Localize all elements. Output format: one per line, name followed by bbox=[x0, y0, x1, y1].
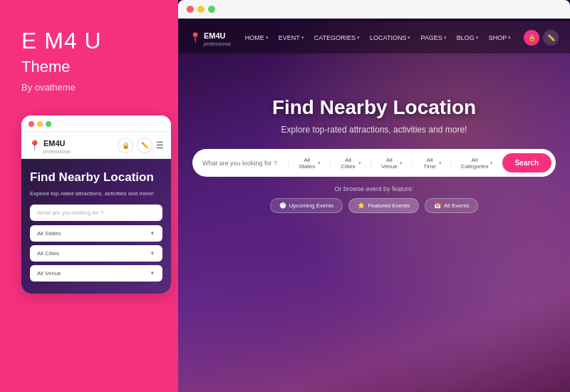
mobile-dot-green bbox=[46, 121, 51, 127]
mobile-nav-icons: 🔒 ✏️ ☰ bbox=[118, 138, 164, 153]
mobile-select-venue[interactable]: All Venue ▼ bbox=[30, 265, 162, 282]
search-select-states[interactable]: All States ▾ bbox=[294, 157, 324, 170]
nav-item-home[interactable]: HOME ▾ bbox=[245, 34, 269, 41]
brand-title: E M4 U bbox=[21, 29, 157, 53]
select-venue-arrow-icon: ▾ bbox=[400, 160, 403, 166]
browser-dot-green bbox=[208, 6, 215, 13]
select-categories-arrow-icon: ▾ bbox=[490, 160, 493, 166]
nav-arrow-icon: ▾ bbox=[444, 35, 447, 41]
select-time-arrow-icon: ▾ bbox=[439, 160, 442, 166]
site-logo: 📍 EM4U professional bbox=[190, 29, 231, 46]
mobile-edit-icon[interactable]: ✏️ bbox=[137, 138, 152, 153]
select-arrow-icon: ▼ bbox=[150, 250, 155, 257]
mobile-window-dots bbox=[28, 121, 51, 127]
site-search-input[interactable] bbox=[202, 160, 282, 167]
nav-arrow-icon: ▾ bbox=[357, 35, 360, 41]
browser-chrome bbox=[178, 0, 570, 19]
browse-all-events-btn[interactable]: 📅 All Events bbox=[425, 198, 479, 213]
right-panel: 📍 EM4U professional HOME ▾ EVENT ▾ CATEG… bbox=[178, 0, 570, 392]
mobile-lock-icon[interactable]: 🔒 bbox=[118, 138, 133, 153]
all-events-icon: 📅 bbox=[434, 202, 441, 209]
mobile-hero: Find Nearby Location Explore top-rated a… bbox=[21, 159, 171, 294]
brand-subtitle: Theme bbox=[21, 58, 157, 76]
search-divider bbox=[412, 157, 413, 170]
featured-icon: ⭐ bbox=[358, 202, 365, 209]
site-logo-sub: professional bbox=[204, 41, 231, 46]
site-logo-text: EM4U bbox=[204, 31, 226, 40]
search-divider bbox=[451, 157, 452, 170]
nav-item-event[interactable]: EVENT ▾ bbox=[279, 34, 304, 41]
site-lock-icon[interactable]: 🔒 bbox=[524, 30, 539, 46]
search-select-categories[interactable]: All Categories ▾ bbox=[457, 157, 497, 170]
site-hero-title: Find Nearby Location bbox=[192, 96, 556, 119]
mobile-dot-yellow bbox=[37, 121, 43, 127]
nav-arrow-icon: ▾ bbox=[476, 35, 479, 41]
nav-item-pages[interactable]: PAGES ▾ bbox=[420, 34, 446, 41]
nav-item-shop[interactable]: SHOP ▾ bbox=[489, 34, 512, 41]
mobile-logo-sub: professional bbox=[43, 149, 71, 154]
search-divider bbox=[288, 157, 289, 170]
nav-arrow-icon: ▾ bbox=[301, 35, 304, 41]
mobile-select-states[interactable]: All States ▼ bbox=[30, 225, 162, 242]
brand-title-text: E M4 U bbox=[21, 28, 102, 53]
select-states-arrow-icon: ▾ bbox=[318, 160, 321, 166]
search-button[interactable]: Search bbox=[502, 153, 551, 172]
site-nav-items: HOME ▾ EVENT ▾ CATEGORIES ▾ LOCATIONS ▾ … bbox=[245, 34, 524, 41]
mobile-menu-icon[interactable]: ☰ bbox=[156, 140, 164, 150]
search-select-cities[interactable]: All Cities ▾ bbox=[336, 157, 365, 170]
left-panel: E M4 U Theme By ovatheme 📍 EM4U professi… bbox=[0, 0, 178, 392]
site-edit-icon[interactable]: ✏️ bbox=[543, 30, 559, 46]
nav-arrow-icon: ▾ bbox=[266, 35, 269, 41]
mobile-logo-text: EM4U bbox=[43, 139, 66, 148]
nav-item-categories[interactable]: CATEGORIES ▾ bbox=[314, 34, 360, 41]
mobile-hero-subtitle: Explore top-rated attractions, activitie… bbox=[30, 190, 162, 197]
nav-item-locations[interactable]: LOCATIONS ▾ bbox=[370, 34, 410, 41]
search-divider bbox=[370, 157, 371, 170]
nav-arrow-icon: ▾ bbox=[408, 35, 410, 41]
mobile-logo-pin-icon: 📍 bbox=[28, 140, 41, 151]
mobile-select-cities[interactable]: All Cities ▼ bbox=[30, 245, 162, 262]
mobile-search-input[interactable]: What are you looking for ? bbox=[30, 205, 162, 221]
browser-window-dots bbox=[187, 6, 561, 19]
select-arrow-icon: ▼ bbox=[150, 230, 155, 237]
browser-dot-yellow bbox=[197, 6, 204, 13]
select-arrow-icon: ▼ bbox=[150, 270, 155, 277]
site-search-bar: All States ▾ All Cities ▾ All Venue ▾ Al… bbox=[192, 149, 556, 177]
mobile-dot-red bbox=[28, 121, 34, 127]
search-select-venue[interactable]: All Venue ▾ bbox=[376, 157, 406, 170]
browse-label: Or browse event by feature: bbox=[192, 185, 556, 192]
mobile-mockup: 📍 EM4U professional 🔒 ✏️ ☰ Find Nearby L… bbox=[21, 115, 171, 294]
brand-author: By ovatheme bbox=[21, 82, 157, 93]
browse-featured-events-btn[interactable]: ⭐ Featured Events bbox=[348, 198, 419, 213]
site-hero-subtitle: Explore top-rated attractions, activitie… bbox=[192, 125, 556, 135]
browse-buttons: 🕐 Upcoming Events ⭐ Featured Events 📅 Al… bbox=[192, 198, 556, 213]
mobile-top-bar bbox=[21, 115, 171, 132]
browse-upcoming-events-btn[interactable]: 🕐 Upcoming Events bbox=[270, 198, 343, 213]
mobile-hero-title: Find Nearby Location bbox=[30, 170, 162, 185]
website-background: 📍 EM4U professional HOME ▾ EVENT ▾ CATEG… bbox=[178, 21, 570, 392]
mobile-navbar: 📍 EM4U professional 🔒 ✏️ ☰ bbox=[21, 132, 171, 159]
site-hero: Find Nearby Location Explore top-rated a… bbox=[178, 53, 570, 234]
search-select-time[interactable]: All Time ▾ bbox=[418, 157, 445, 170]
upcoming-icon: 🕐 bbox=[279, 202, 286, 209]
browser-dot-red bbox=[187, 6, 194, 13]
select-cities-arrow-icon: ▾ bbox=[358, 160, 361, 166]
nav-item-blog[interactable]: BLOG ▾ bbox=[457, 34, 479, 41]
nav-arrow-icon: ▾ bbox=[508, 35, 511, 41]
search-divider bbox=[330, 157, 331, 170]
site-navbar: 📍 EM4U professional HOME ▾ EVENT ▾ CATEG… bbox=[178, 21, 570, 53]
site-nav-right-icons: 🔒 ✏️ bbox=[524, 30, 559, 46]
browse-section: Or browse event by feature: 🕐 Upcoming E… bbox=[192, 185, 556, 213]
site-logo-pin-icon: 📍 bbox=[190, 32, 201, 43]
mobile-logo: 📍 EM4U professional bbox=[28, 136, 71, 154]
